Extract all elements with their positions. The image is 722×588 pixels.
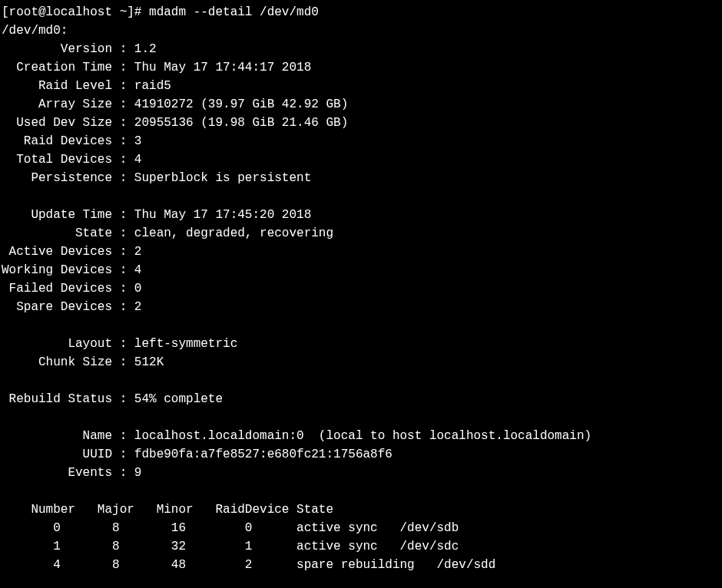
prop-value: Thu May 17 17:44:17 2018 — [134, 61, 311, 74]
prop-value: 9 — [134, 466, 142, 480]
device-table-header: Number Major Minor RaidDevice State — [2, 503, 333, 517]
prop-label: Layout : — [2, 337, 134, 351]
prop-label: Update Time : — [2, 208, 134, 222]
prop-value: 2 — [134, 245, 142, 259]
prop-value: 3 — [134, 134, 142, 148]
prop-label: Rebuild Status : — [2, 392, 134, 406]
prop-label: Chunk Size : — [2, 355, 134, 369]
prop-label: Raid Devices : — [2, 134, 134, 148]
command: mdadm --detail /dev/md0 — [149, 5, 319, 19]
shell-prompt: [root@localhost ~]# — [2, 5, 149, 19]
terminal-output: [root@localhost ~]# mdadm --detail /dev/… — [0, 0, 722, 588]
device-row: 1 8 32 1 active sync /dev/sdc — [2, 540, 459, 553]
prop-label: Raid Level : — [2, 79, 134, 93]
prop-value: Superblock is persistent — [134, 171, 311, 185]
prop-value: 41910272 (39.97 GiB 42.92 GB) — [134, 97, 348, 111]
prop-label: State : — [2, 226, 134, 240]
device-row: 4 8 48 2 spare rebuilding /dev/sdd — [2, 558, 495, 572]
prop-label: Failed Devices : — [2, 282, 134, 296]
prop-label: Version : — [2, 42, 134, 56]
prop-label: Name : — [2, 429, 134, 443]
prop-value: 1.2 — [134, 42, 157, 56]
prop-value: fdbe90fa:a7fe8527:e680fc21:1756a8f6 — [134, 448, 392, 461]
prop-label: Creation Time : — [2, 61, 134, 74]
prop-value: 2 — [134, 300, 142, 314]
prop-label: Spare Devices : — [2, 300, 134, 314]
prop-label: Events : — [2, 466, 134, 480]
device-header: /dev/md0: — [2, 24, 68, 38]
prop-label: UUID : — [2, 448, 134, 461]
prop-label: Used Dev Size : — [2, 116, 134, 130]
device-row: 0 8 16 0 active sync /dev/sdb — [2, 521, 459, 535]
prop-value: 4 — [134, 263, 142, 277]
prop-value: 4 — [134, 153, 142, 167]
prop-value: clean, degraded, recovering — [134, 226, 333, 240]
prop-value: raid5 — [134, 79, 171, 93]
prop-label: Working Devices : — [2, 263, 134, 277]
prop-label: Active Devices : — [2, 245, 134, 259]
prop-value: Thu May 17 17:45:20 2018 — [134, 208, 311, 222]
prop-value: 512K — [134, 355, 164, 369]
prop-value: localhost.localdomain:0 (local to host l… — [134, 429, 591, 443]
prop-label: Array Size : — [2, 97, 134, 111]
prop-value: 0 — [134, 282, 142, 296]
prop-value: left-symmetric — [134, 337, 237, 351]
prop-label: Persistence : — [2, 171, 134, 185]
prop-value: 54% complete — [134, 392, 223, 406]
prop-label: Total Devices : — [2, 153, 134, 167]
prop-value: 20955136 (19.98 GiB 21.46 GB) — [134, 116, 348, 130]
